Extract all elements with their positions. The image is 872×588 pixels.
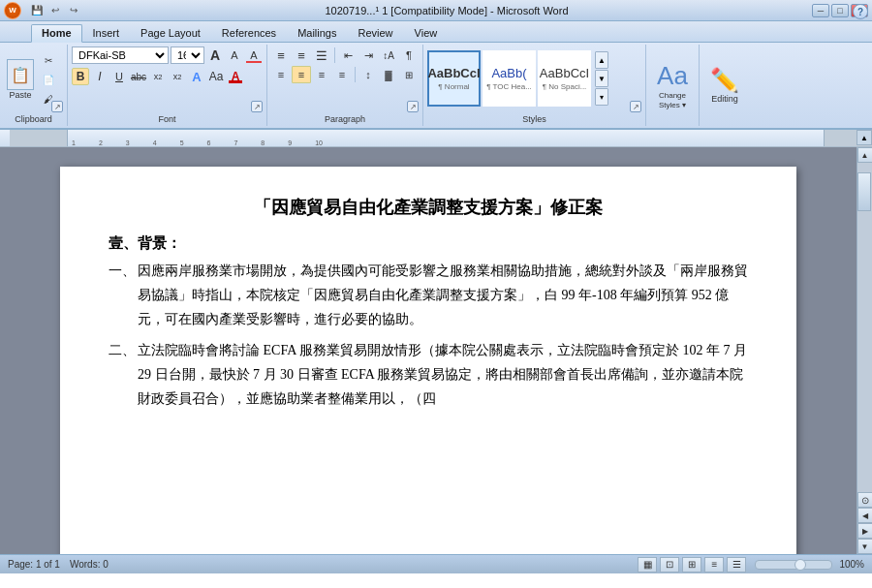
grow-font-button[interactable]: A (206, 46, 224, 64)
undo-quick-btn[interactable]: ↩ (47, 3, 63, 18)
font-label: Font (68, 114, 266, 124)
increase-indent-button[interactable]: ⇥ (358, 46, 378, 64)
doc-scroll-area[interactable]: 「因應貿易自由化產業調整支援方案」修正案 壹、背景： 一、 因應兩岸服務業市場開… (0, 147, 856, 554)
full-screen-view[interactable]: ⊡ (660, 557, 679, 573)
style-normal-preview: AaBbCcI (427, 66, 480, 80)
paste-label: Paste (9, 90, 31, 100)
paste-icon: 📋 (7, 59, 34, 90)
styles-scroll-up[interactable]: ▲ (595, 51, 608, 69)
ruler-margin-left (10, 130, 68, 146)
tab-mailings[interactable]: Mailings (287, 24, 347, 42)
word-count: Words: 0 (70, 559, 109, 570)
line-spacing-button[interactable]: ↕ (358, 66, 378, 83)
bold-button[interactable]: B (72, 68, 89, 85)
cut-button[interactable]: ✂ (40, 51, 57, 69)
tab-view[interactable]: View (404, 24, 449, 42)
zoom-level: 100% (839, 559, 864, 570)
font-family-select[interactable]: DFKai-SB (72, 46, 169, 64)
document-page[interactable]: 「因應貿易自由化產業調整支援方案」修正案 壹、背景： 一、 因應兩岸服務業市場開… (60, 167, 796, 554)
ribbon-tabs: Home Insert Page Layout References Maili… (0, 21, 872, 43)
copy-button[interactable]: 📄 (40, 71, 57, 88)
print-layout-view[interactable]: ▦ (638, 557, 657, 573)
scroll-track[interactable] (857, 163, 872, 492)
section-background: 壹、背景： (109, 234, 748, 253)
clipboard-dialog-launcher[interactable]: ↗ (51, 101, 63, 112)
office-logo: W (4, 2, 21, 19)
font-color-button[interactable]: A (227, 68, 244, 85)
help-icon[interactable]: ? (853, 4, 868, 19)
font-dialog-launcher[interactable]: ↗ (251, 101, 263, 112)
underline-button[interactable]: U (110, 68, 128, 85)
styles-dialog-launcher[interactable]: ↗ (630, 101, 641, 112)
web-layout-view[interactable]: ⊞ (682, 557, 701, 573)
scroll-thumb[interactable] (857, 172, 871, 211)
tab-references[interactable]: References (211, 24, 287, 42)
style-no-spacing[interactable]: AaBbCcI ¶ No Spaci... (538, 50, 591, 107)
zoom-slider-thumb[interactable] (794, 559, 806, 571)
scroll-select-object[interactable]: ⊙ (857, 492, 873, 508)
ruler-expand-button[interactable]: ▲ (856, 130, 872, 145)
text-highlight-button[interactable]: Aa (207, 68, 225, 85)
sort-button[interactable]: ↕A (379, 46, 398, 64)
paragraph-dialog-launcher[interactable]: ↗ (407, 101, 419, 112)
tab-page-layout[interactable]: Page Layout (130, 24, 211, 42)
superscript-button[interactable]: x2 (169, 68, 186, 85)
tab-review[interactable]: Review (347, 24, 403, 42)
styles-label: Styles (423, 114, 645, 124)
editing-button[interactable]: ✏️ Editing (703, 64, 746, 107)
numbering-button[interactable]: ≡ (292, 46, 311, 64)
decrease-indent-button[interactable]: ⇤ (338, 46, 358, 64)
align-center-button[interactable]: ≡ (292, 66, 311, 83)
subscript-button[interactable]: x2 (149, 68, 167, 85)
shading-button[interactable]: ▓ (379, 66, 398, 83)
document-item-1: 一、 因應兩岸服務業市場開放，為提供國內可能受影響之服務業相關協助措施，總統對外… (109, 259, 748, 332)
tab-home[interactable]: Home (31, 24, 82, 43)
show-hide-button[interactable]: ¶ (399, 46, 419, 64)
align-left-button[interactable]: ≡ (271, 66, 291, 83)
zoom-slider[interactable] (755, 560, 832, 570)
scroll-up-button[interactable]: ▲ (857, 147, 873, 163)
style-toc-preview: AaBb( (491, 66, 526, 80)
save-quick-btn[interactable]: 💾 (29, 3, 45, 18)
change-styles-button[interactable]: Aa ChangeStyles ▾ (651, 58, 695, 112)
italic-button[interactable]: I (91, 68, 109, 85)
styles-scroll-buttons: ▲ ▼ ▾ (595, 51, 608, 106)
outline-view[interactable]: ≡ (704, 557, 724, 573)
borders-button[interactable]: ⊞ (399, 66, 419, 83)
maximize-button[interactable]: □ (831, 4, 849, 17)
style-normal[interactable]: AaBbCcI ¶ Normal (427, 50, 481, 107)
quick-access: 💾 ↩ ↪ (29, 3, 81, 18)
paragraph-label: Paragraph (267, 114, 422, 124)
paragraph-group: ≡ ≡ ☰ ⇤ ⇥ ↕A ¶ ≡ ≡ ≡ ≡ ↕ ▓ ⊞ Paragraph ↗ (267, 45, 423, 126)
scroll-down-button[interactable]: ▼ (857, 539, 873, 554)
bullets-button[interactable]: ≡ (271, 46, 291, 64)
scroll-prev-page[interactable]: ◀ (857, 508, 873, 523)
minimize-button[interactable]: ─ (812, 4, 829, 17)
font-size-select[interactable]: 16 (171, 46, 204, 64)
scroll-bottom-buttons: ⊙ ◀ ▶ ▼ (857, 492, 873, 554)
multilevel-list-button[interactable]: ☰ (312, 46, 331, 64)
para-align-row: ≡ ≡ ≡ ≡ ↕ ▓ ⊞ (271, 66, 419, 83)
draft-view[interactable]: ☰ (727, 557, 746, 573)
editing-icon: ✏️ (710, 67, 739, 94)
text-effects-button[interactable]: A (188, 68, 205, 85)
clipboard-mini-buttons: ✂ 📄 🖌 (40, 51, 57, 108)
style-toc-heading[interactable]: AaBb( ¶ TOC Hea... (483, 50, 536, 107)
style-normal-label: ¶ Normal (438, 82, 469, 91)
clear-formatting-button[interactable]: A (245, 46, 263, 64)
styles-scroll-down[interactable]: ▼ (595, 70, 608, 87)
font-format-row: B I U abc x2 x2 A Aa A (72, 68, 244, 85)
redo-quick-btn[interactable]: ↪ (66, 3, 81, 18)
shrink-font-button[interactable]: A (226, 46, 243, 64)
document-title: 「因應貿易自由化產業調整支援方案」修正案 (109, 196, 748, 219)
align-right-button[interactable]: ≡ (312, 66, 331, 83)
strikethrough-button[interactable]: abc (130, 68, 147, 85)
paste-button[interactable]: 📋 Paste (4, 56, 37, 103)
scroll-next-page[interactable]: ▶ (857, 523, 873, 539)
title-bar: W 💾 ↩ ↪ 1020719...¹ 1 [Compatibility Mod… (0, 0, 872, 21)
tab-insert[interactable]: Insert (82, 24, 131, 42)
styles-more[interactable]: ▾ (595, 88, 608, 106)
justify-button[interactable]: ≡ (332, 66, 352, 83)
font-name-row: DFKai-SB 16 A A A (72, 46, 263, 64)
editing-label: Editing (711, 94, 738, 104)
